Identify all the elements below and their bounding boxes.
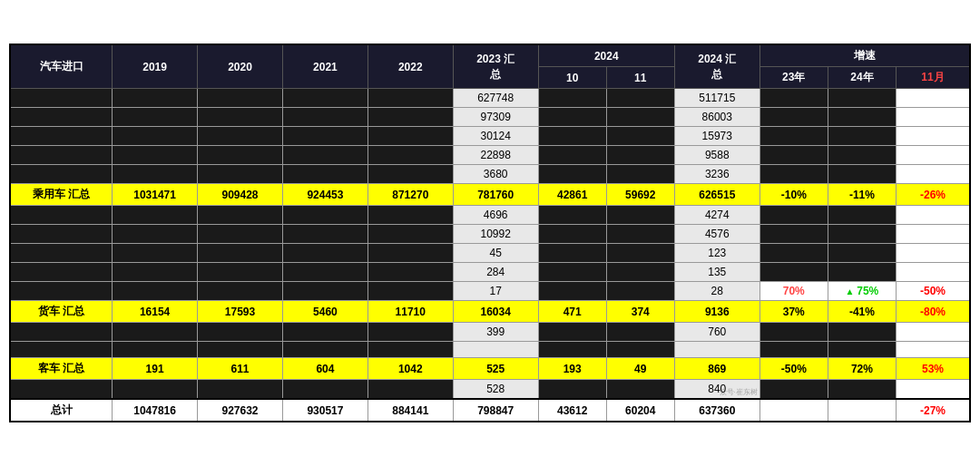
row-value-2 [282, 165, 368, 184]
row-label: 乘用车 汇总 [10, 184, 113, 206]
row-value-1: 611 [198, 358, 283, 380]
col-header-2019: 2019 [113, 44, 198, 89]
row-speed-24 [828, 89, 896, 108]
row-2023-total: 627748 [453, 89, 538, 108]
row-value-2 [282, 146, 368, 165]
row-2024-11 [606, 146, 674, 165]
row-2024-11 [606, 342, 674, 358]
row-value-0 [113, 323, 198, 342]
table-row: 乘用车 汇总1031471909428924453871270781760428… [10, 184, 970, 206]
row-label [10, 282, 113, 301]
row-value-3 [368, 380, 453, 400]
row-value-1 [198, 263, 283, 282]
col-header-speed: 增速 [760, 44, 970, 67]
table-row: 627748511715 [10, 89, 970, 108]
table-row: 45123 [10, 244, 970, 263]
row-value-3: 1042 [368, 358, 453, 380]
row-speed-23 [760, 263, 828, 282]
row-2023-total: 97309 [453, 108, 538, 127]
row-2024-10 [538, 146, 606, 165]
row-speed-11 [896, 146, 970, 165]
row-value-0 [113, 127, 198, 146]
row-2024-11 [606, 282, 674, 301]
row-speed-23 [760, 127, 828, 146]
row-value-1 [198, 146, 283, 165]
row-label [10, 323, 113, 342]
row-speed-23 [760, 225, 828, 244]
row-2024-total: 637360 [674, 399, 760, 422]
row-value-3 [368, 206, 453, 225]
row-2024-total: 135 [674, 263, 760, 282]
row-value-1 [198, 108, 283, 127]
row-value-1 [198, 244, 283, 263]
table-wrapper: 汽车进口 2019 2020 2021 2022 2023 汇总 2024 20… [9, 44, 971, 422]
main-table: 汽车进口 2019 2020 2021 2022 2023 汇总 2024 20… [9, 44, 971, 422]
row-2024-11 [606, 165, 674, 184]
row-2024-total: 511715 [674, 89, 760, 108]
row-speed-24 [828, 380, 896, 400]
col-header-2022: 2022 [368, 44, 453, 89]
row-2024-10: 42861 [538, 184, 606, 206]
row-2024-10 [538, 108, 606, 127]
row-speed-11: -27% [896, 399, 970, 422]
row-speed-24 [828, 263, 896, 282]
row-2024-total: 9136 [674, 301, 760, 323]
row-value-2: 5460 [282, 301, 368, 323]
row-2023-total: 284 [453, 263, 538, 282]
row-speed-23 [760, 108, 828, 127]
row-value-2 [282, 127, 368, 146]
row-speed-23 [760, 399, 828, 422]
row-value-2 [282, 380, 368, 400]
row-value-3 [368, 323, 453, 342]
row-speed-11 [896, 380, 970, 400]
row-label [10, 244, 113, 263]
row-2024-11 [606, 323, 674, 342]
row-speed-11: 53% [896, 358, 970, 380]
row-label [10, 146, 113, 165]
table-row: 399760 [10, 323, 970, 342]
row-speed-23: -50% [760, 358, 828, 380]
col-header-speed-23: 23年 [760, 67, 828, 89]
row-value-1 [198, 89, 283, 108]
table-row: 客车 汇总191611604104252519349869-50%72%53% [10, 358, 970, 380]
row-value-1 [198, 342, 283, 358]
row-2024-total: 123 [674, 244, 760, 263]
row-2023-total: 17 [453, 282, 538, 301]
row-2024-11 [606, 206, 674, 225]
row-label [10, 342, 113, 358]
row-value-2 [282, 108, 368, 127]
row-value-0 [113, 206, 198, 225]
row-value-2: 604 [282, 358, 368, 380]
row-2024-total: 28 [674, 282, 760, 301]
row-value-3 [368, 89, 453, 108]
row-label [10, 380, 113, 400]
row-value-1 [198, 282, 283, 301]
table-row: 172870%▲ 75%-50% [10, 282, 970, 301]
row-value-1 [198, 225, 283, 244]
row-value-0 [113, 108, 198, 127]
row-value-1: 909428 [198, 184, 283, 206]
row-value-0 [113, 89, 198, 108]
row-2024-10 [538, 165, 606, 184]
row-2023-total: 3680 [453, 165, 538, 184]
row-2024-total: 9588 [674, 146, 760, 165]
row-value-2 [282, 89, 368, 108]
table-row: 228989588 [10, 146, 970, 165]
table-row [10, 342, 970, 358]
row-value-2 [282, 342, 368, 358]
row-2024-11 [606, 108, 674, 127]
row-label [10, 165, 113, 184]
row-2024-11: 60204 [606, 399, 674, 422]
row-value-3 [368, 342, 453, 358]
row-2024-total [674, 342, 760, 358]
row-2024-11: 49 [606, 358, 674, 380]
row-2024-total: 840众号·崔东树 [674, 380, 760, 400]
row-speed-23 [760, 323, 828, 342]
row-label [10, 127, 113, 146]
row-speed-11 [896, 127, 970, 146]
row-2023-total: 45 [453, 244, 538, 263]
row-2024-11 [606, 225, 674, 244]
row-speed-11: -50% [896, 282, 970, 301]
row-label [10, 225, 113, 244]
row-2024-10 [538, 225, 606, 244]
